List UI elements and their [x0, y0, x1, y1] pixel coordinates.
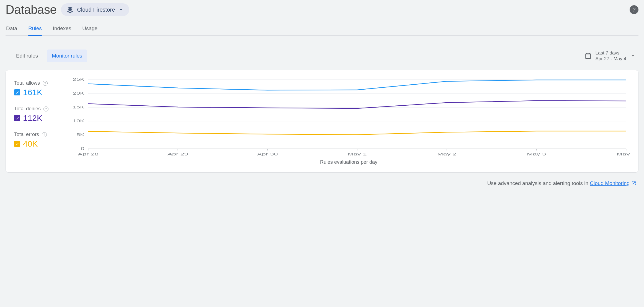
- legend-denies-value: 112K: [23, 113, 42, 123]
- svg-text:15K: 15K: [73, 105, 84, 109]
- tab-rules[interactable]: Rules: [28, 23, 42, 35]
- chart-legend: Total allows ? 161K Total denies ?: [14, 78, 63, 165]
- legend-errors-value: 40K: [23, 139, 38, 149]
- tab-indexes[interactable]: Indexes: [53, 23, 71, 35]
- legend-allows-label: Total allows: [14, 80, 40, 86]
- subtab-monitor-rules[interactable]: Monitor rules: [47, 50, 87, 62]
- svg-text:May 3: May 3: [527, 152, 546, 156]
- footer-note: Use advanced analysis and alerting tools…: [6, 180, 638, 186]
- primary-tabs: Data Rules Indexes Usage: [6, 23, 638, 36]
- legend-item-denies: Total denies ? 112K: [14, 106, 63, 123]
- help-button[interactable]: ?: [630, 5, 638, 14]
- open-in-new-icon: [631, 181, 636, 186]
- chart-x-label: Rules evaluations per day: [68, 159, 630, 165]
- svg-text:20K: 20K: [73, 91, 84, 95]
- database-selector[interactable]: Cloud Firestore: [61, 3, 129, 16]
- legend-errors-label: Total errors: [14, 132, 39, 137]
- rules-evaluations-card: Total allows ? 161K Total denies ?: [6, 70, 638, 173]
- calendar-icon: [584, 52, 592, 59]
- check-icon: [15, 90, 19, 95]
- svg-text:May 2: May 2: [437, 152, 456, 156]
- svg-text:5K: 5K: [76, 132, 84, 137]
- page-title: Database: [6, 3, 56, 17]
- svg-text:May 4: May 4: [617, 152, 630, 156]
- check-icon: [15, 142, 19, 146]
- svg-text:25K: 25K: [73, 78, 84, 82]
- legend-item-allows: Total allows ? 161K: [14, 80, 63, 97]
- date-range-value: Apr 27 - May 4: [596, 56, 627, 62]
- date-range-label: Last 7 days: [596, 50, 627, 56]
- info-icon[interactable]: ?: [43, 106, 48, 111]
- tab-usage[interactable]: Usage: [82, 23, 97, 35]
- legend-item-errors: Total errors ? 40K: [14, 132, 63, 149]
- rules-subtabs: Edit rules Monitor rules: [11, 50, 87, 62]
- date-range-picker[interactable]: Last 7 days Apr 27 - May 4: [584, 50, 636, 62]
- info-icon[interactable]: ?: [43, 81, 48, 86]
- footer-prefix: Use advanced analysis and alerting tools…: [487, 180, 590, 186]
- tab-data[interactable]: Data: [6, 23, 17, 35]
- svg-text:0: 0: [81, 146, 84, 151]
- svg-text:Apr 28: Apr 28: [78, 152, 99, 156]
- svg-text:10K: 10K: [73, 119, 84, 123]
- svg-text:May 1: May 1: [347, 152, 367, 156]
- help-icon: ?: [632, 7, 635, 13]
- cloud-monitoring-link[interactable]: Cloud Monitoring: [590, 180, 636, 186]
- legend-denies-label: Total denies: [14, 106, 41, 112]
- rules-evaluations-chart: 05K10K15K20K25KApr 28Apr 29Apr 30May 1Ma…: [68, 78, 630, 165]
- legend-denies-checkbox[interactable]: [14, 115, 20, 121]
- check-icon: [15, 116, 19, 120]
- chevron-down-icon: [630, 53, 636, 59]
- subtab-edit-rules[interactable]: Edit rules: [11, 50, 43, 62]
- legend-allows-value: 161K: [23, 88, 42, 97]
- firestore-icon: [66, 6, 74, 13]
- legend-allows-checkbox[interactable]: [14, 89, 20, 95]
- database-selector-label: Cloud Firestore: [77, 7, 115, 13]
- chevron-down-icon: [118, 7, 124, 12]
- legend-errors-checkbox[interactable]: [14, 141, 20, 147]
- svg-text:Apr 30: Apr 30: [257, 152, 278, 156]
- svg-text:Apr 29: Apr 29: [168, 152, 188, 156]
- info-icon[interactable]: ?: [42, 132, 47, 137]
